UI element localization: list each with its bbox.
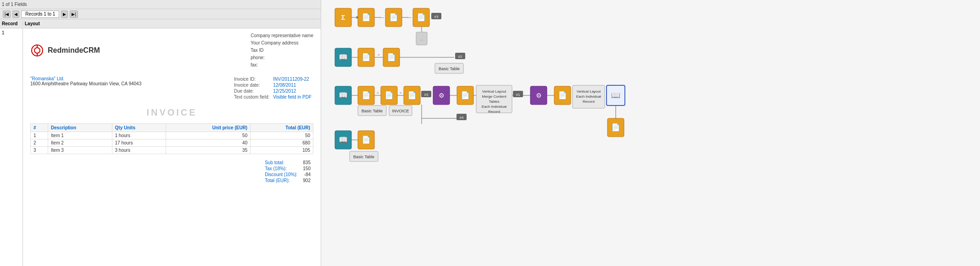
invoice-title: INVOICE <box>30 107 313 118</box>
svg-text:Record: Record <box>488 110 500 114</box>
sub-total-label: Sub total: <box>262 160 300 166</box>
layout-col: RedmindeCRM Company representative name … <box>23 28 321 266</box>
svg-text:#2: #2 <box>458 55 462 59</box>
nav-next-button[interactable]: ▶ <box>61 11 68 18</box>
svg-text:—: — <box>380 15 384 20</box>
svg-text:📄: 📄 <box>461 91 470 100</box>
svg-text:📄: 📄 <box>362 53 371 61</box>
svg-text:Vertical Layout: Vertical Layout <box>577 89 601 94</box>
nav-prev-button[interactable]: ◀ <box>12 11 19 18</box>
company-name: RedmindeCRM <box>48 46 100 55</box>
svg-text:Record: Record <box>583 100 595 104</box>
sub-total-value: 835 <box>300 160 313 166</box>
svg-text:#1: #1 <box>516 93 520 97</box>
col-num: # <box>31 124 48 132</box>
svg-text:📄: 📄 <box>389 13 398 22</box>
content-area: 1 RedmindeCRM Company re <box>0 28 321 266</box>
fax: fax: <box>251 61 313 69</box>
svg-text:📄: 📄 <box>611 123 620 132</box>
client-address: 1600 Amphitheatre Parkway Mountain View,… <box>30 81 141 86</box>
due-date-value: 12/25/2012 <box>271 88 313 94</box>
company-rep: Company representative name <box>251 32 313 39</box>
col-desc: Description <box>48 124 112 132</box>
svg-text:—: — <box>407 15 412 20</box>
invoice-meta: Invoice ID: INV/20111209-22 Invoice date… <box>232 76 313 100</box>
tax-id: Tax ID <box>251 47 313 54</box>
row1-price: 50 <box>166 132 251 139</box>
row3-desc: Item 3 <box>48 147 112 154</box>
svg-text:⚙: ⚙ <box>439 92 445 99</box>
svg-text:Basic Table: Basic Table <box>439 66 460 71</box>
left-panel: 1 of 1 Fields |◀ ◀ Records 1 to 1 ▶ ▶| R… <box>0 0 321 266</box>
svg-text:📄: 📄 <box>387 53 396 61</box>
row3-total: 105 <box>251 147 313 154</box>
svg-text:📖: 📖 <box>339 91 348 100</box>
record-col-header: Record <box>0 21 23 26</box>
svg-text:INVOICE: INVOICE <box>392 109 409 113</box>
svg-text:Basic Table: Basic Table <box>362 109 383 113</box>
workflow-svg: Σ 📄 — 📄 — 📄 #3 <box>321 0 980 266</box>
row1-qty: 1 hours <box>112 132 166 139</box>
invoice-date-label: Invoice date: <box>232 82 271 88</box>
row2-price: 40 <box>166 139 251 147</box>
record-number-col: 1 <box>0 28 23 266</box>
logo-area: RedmindeCRM <box>30 32 100 69</box>
svg-text:⚙: ⚙ <box>536 92 542 99</box>
invoice-id-label: Invoice ID: <box>232 76 271 82</box>
table-row: 1 Item 1 1 hours 50 50 <box>31 132 313 139</box>
nav-first-button[interactable]: |◀ <box>3 11 11 18</box>
svg-text:#3: #3 <box>424 93 429 97</box>
row2-desc: Item 2 <box>48 139 112 147</box>
svg-text:📖: 📖 <box>611 91 620 100</box>
total-label: Total (EUR): <box>262 177 300 183</box>
columns-header: Record Layout <box>0 19 321 28</box>
company-logo <box>30 44 44 57</box>
svg-text:📄: 📄 <box>362 13 371 22</box>
row1-desc: Item 1 <box>48 132 112 139</box>
svg-text:…: … <box>420 37 423 41</box>
client-section: "Romanska" Ltd. 1600 Amphitheatre Parkwa… <box>30 76 313 100</box>
invoice-date-value: 12/08/2011 <box>271 82 313 88</box>
invoice-table: # Description Qty Units Unit price (EUR)… <box>30 123 313 154</box>
svg-text:📄: 📄 <box>558 91 567 100</box>
svg-text:📖: 📖 <box>339 53 348 61</box>
discount-value: -84 <box>300 172 313 177</box>
tax-value: 150 <box>300 166 313 172</box>
nav-bar: |◀ ◀ Records 1 to 1 ▶ ▶| <box>0 9 321 19</box>
row1-total: 50 <box>251 132 313 139</box>
svg-text:📖: 📖 <box>339 135 348 144</box>
table-row: 3 Item 3 3 hours 35 105 <box>31 147 313 154</box>
phone: phone: <box>251 54 313 61</box>
row2-total: 680 <box>251 139 313 147</box>
due-date-label: Due date: <box>232 88 271 94</box>
top-bar: 1 of 1 Fields <box>0 0 321 9</box>
row3-qty: 3 hours <box>112 147 166 154</box>
svg-text:Merge Content: Merge Content <box>482 94 507 99</box>
right-panel: Σ 📄 — 📄 — 📄 #3 <box>321 0 980 266</box>
invoice-header: RedmindeCRM Company representative name … <box>30 32 313 69</box>
svg-text:Σ: Σ <box>341 14 345 21</box>
company-address: Your Company address <box>251 39 313 47</box>
client-info: "Romanska" Ltd. 1600 Amphitheatre Parkwa… <box>30 76 141 100</box>
row3-num: 3 <box>31 147 48 154</box>
table-row: 2 Item 2 17 hours 40 680 <box>31 139 313 147</box>
totals-section: Sub total: 835 Tax (18%): 150 Discount (… <box>30 160 313 183</box>
svg-text:#3: #3 <box>434 15 439 19</box>
col-unit-price: Unit price (EUR) <box>166 124 251 132</box>
svg-text:=: = <box>400 91 402 95</box>
invoice-id-value: INV/20111209-22 <box>271 76 313 82</box>
discount-label: Discount (10%): <box>262 172 300 177</box>
row2-num: 2 <box>31 139 48 147</box>
svg-text:📄: 📄 <box>362 91 371 100</box>
records-label: Records 1 to 1 <box>21 11 59 18</box>
svg-text:📄: 📄 <box>407 91 417 100</box>
svg-text:#4: #4 <box>460 116 464 120</box>
svg-text:📄: 📄 <box>362 135 371 144</box>
main-container: 1 of 1 Fields |◀ ◀ Records 1 to 1 ▶ ▶| R… <box>0 0 980 266</box>
row3-price: 35 <box>166 147 251 154</box>
col-total: Total (EUR) <box>251 124 313 132</box>
company-details: Company representative name Your Company… <box>251 32 313 69</box>
svg-text:📄: 📄 <box>417 13 426 22</box>
svg-text:Tables: Tables <box>489 100 499 104</box>
nav-last-button[interactable]: ▶| <box>70 11 78 18</box>
